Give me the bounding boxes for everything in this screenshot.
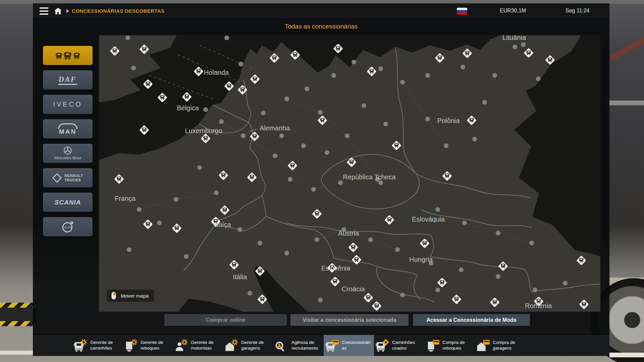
trailer-buy-icon: [426, 339, 440, 353]
city-dot[interactable]: [325, 150, 329, 155]
brand-filter-volvo[interactable]: VOLVO: [43, 217, 93, 236]
city-dot[interactable]: [513, 45, 517, 49]
city-dot[interactable]: [425, 73, 430, 78]
city-dot[interactable]: [197, 165, 202, 170]
city-dot[interactable]: [362, 103, 366, 108]
city-dot[interactable]: [563, 281, 568, 286]
mercedes-logo: Mercedes-Benz: [54, 146, 82, 161]
city-dot[interactable]: [521, 42, 526, 47]
city-dot[interactable]: [288, 177, 292, 182]
tab-recruitment[interactable]: Agência de recrutamento: [273, 335, 324, 356]
driver-gear-icon: [174, 339, 188, 353]
city-dot[interactable]: [496, 274, 500, 279]
city-dot[interactable]: [305, 86, 309, 91]
city-dot[interactable]: [461, 65, 465, 69]
city-dot[interactable]: [248, 291, 252, 296]
city-dot[interactable]: [378, 66, 383, 71]
tab-garage-gear[interactable]: Gerente de garagens: [223, 335, 273, 356]
menu-icon[interactable]: [40, 7, 48, 15]
city-dot[interactable]: [237, 227, 242, 232]
country-label: Romênia: [525, 302, 552, 309]
tab-garage-buy[interactable]: Compra de garagens: [475, 335, 525, 356]
tab-trailer-gear[interactable]: Gerente de reboques: [122, 335, 173, 356]
city-dot[interactable]: [492, 73, 497, 78]
city-dot[interactable]: [131, 66, 136, 70]
brand-filter-scania[interactable]: SCANIA: [43, 193, 93, 212]
city-dot[interactable]: [125, 36, 130, 40]
city-dot[interactable]: [352, 60, 356, 64]
city-dot[interactable]: [338, 180, 343, 185]
city-dot[interactable]: [444, 143, 448, 148]
action-visit-dealer-button[interactable]: Visitar a concessionária selecionada: [290, 314, 409, 326]
ets2-dealers-screen: { "topbar": { "breadcrumb": "CONCESSIONÁ…: [0, 0, 644, 362]
brand-filter-iveco[interactable]: IVECO: [43, 95, 93, 114]
brand-filter-renault[interactable]: RENAULTTRUCKS: [43, 168, 93, 187]
tab-driver-gear[interactable]: Gerente de motoristas: [173, 335, 223, 356]
brand-filter-daf[interactable]: DAF: [43, 70, 93, 89]
city-dot[interactable]: [224, 36, 229, 40]
city-dot[interactable]: [219, 119, 224, 124]
city-dot[interactable]: [482, 100, 487, 105]
tab-dealerships[interactable]: Concessionárias: [324, 335, 374, 356]
city-dot[interactable]: [331, 73, 336, 78]
city-dot[interactable]: [318, 298, 323, 302]
action-mods-dealer-button[interactable]: Acessar a Concessionária de Mods: [413, 314, 530, 326]
city-dot[interactable]: [258, 241, 262, 245]
action-buy-online-button[interactable]: Comprar online: [164, 314, 287, 326]
city-dot[interactable]: [279, 133, 284, 138]
top-bar: CONCESSIONÁRIAS DESCOBERTAS EUR30,1M Seg…: [33, 3, 609, 19]
city-dot[interactable]: [284, 97, 289, 101]
city-dot[interactable]: [435, 207, 440, 212]
city-dot[interactable]: [496, 231, 500, 235]
home-icon[interactable]: [54, 7, 62, 15]
city-dot[interactable]: [529, 241, 534, 245]
city-dot[interactable]: [241, 133, 246, 138]
city-dot[interactable]: [400, 293, 405, 297]
breadcrumb-chevron-icon: [66, 9, 69, 13]
tab-trailer-buy[interactable]: Compra de reboques: [424, 335, 475, 356]
wall-beam: [607, 101, 644, 105]
city-dot[interactable]: [462, 221, 467, 225]
city-dot[interactable]: [378, 180, 383, 185]
city-dot[interactable]: [383, 122, 388, 126]
city-dot[interactable]: [238, 62, 243, 66]
city-dot[interactable]: [174, 197, 178, 202]
man-logo: MAN: [58, 123, 77, 135]
city-dot[interactable]: [435, 288, 440, 292]
brand-filter-mercedes[interactable]: Mercedes-Benz: [43, 144, 93, 163]
city-dot[interactable]: [368, 237, 373, 242]
city-dot[interactable]: [311, 187, 316, 192]
city-dot[interactable]: [400, 80, 405, 84]
truck-gear-icon: [73, 339, 88, 353]
city-dot[interactable]: [533, 288, 537, 292]
city-dot[interactable]: [472, 137, 477, 141]
city-dot[interactable]: [203, 107, 208, 112]
brand-filter-man[interactable]: MAN: [43, 119, 93, 138]
city-dot[interactable]: [157, 221, 162, 225]
city-dot[interactable]: [425, 117, 430, 121]
country-label: Lituânia: [502, 35, 526, 41]
game-time: Seg 11:24: [566, 8, 590, 14]
city-dot[interactable]: [315, 237, 319, 242]
city-dot[interactable]: [395, 247, 400, 252]
city-dot[interactable]: [318, 110, 323, 115]
breadcrumb: CONCESSIONÁRIAS DESCOBERTAS: [72, 8, 164, 14]
city-dot[interactable]: [301, 143, 306, 148]
brand-filter-all[interactable]: [43, 46, 93, 65]
city-dot[interactable]: [184, 254, 189, 259]
city-dot[interactable]: [261, 111, 266, 115]
russia-flag-icon[interactable]: [457, 8, 467, 15]
dealer-map[interactable]: LituâniaHolandaBélgicaLuxemburgoAlemanha…: [99, 35, 600, 312]
city-dot[interactable]: [137, 207, 142, 212]
tab-truck-gear[interactable]: Gerente de caminhões: [72, 335, 122, 356]
tab-used-trucks[interactable]: Caminhões usados: [374, 335, 424, 356]
volvo-logo: VOLVO: [61, 221, 74, 233]
tab-label: Gerente de caminhões: [90, 340, 121, 351]
city-dot[interactable]: [273, 154, 277, 158]
city-dot[interactable]: [127, 247, 131, 252]
city-dot[interactable]: [536, 76, 541, 81]
city-dot[interactable]: [459, 267, 464, 272]
city-dot[interactable]: [284, 251, 289, 255]
city-dot[interactable]: [345, 133, 350, 138]
city-dot[interactable]: [214, 190, 219, 195]
